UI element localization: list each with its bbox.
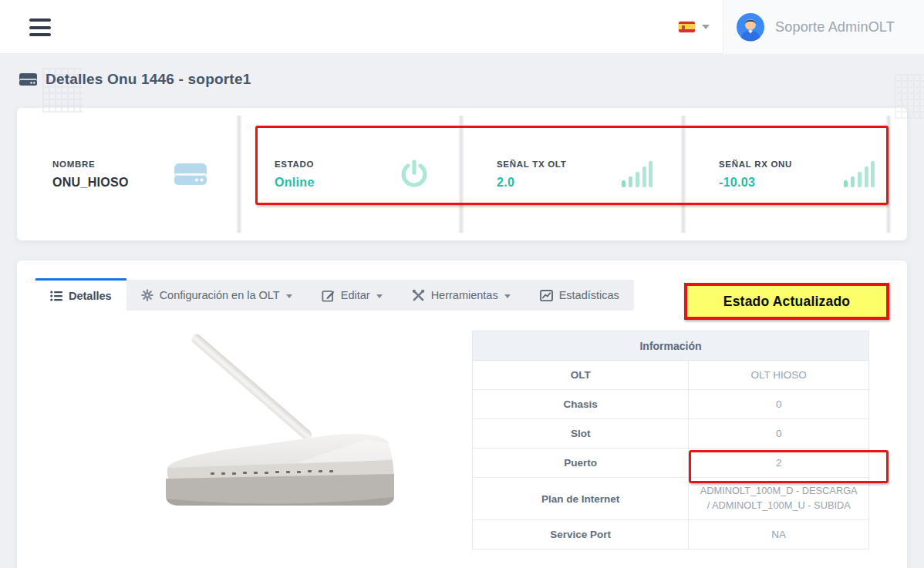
row-label: Chasis xyxy=(473,390,689,418)
row-value: NA xyxy=(689,520,868,549)
stat-value: ONU_HIOSO xyxy=(52,176,129,190)
stat-label: SEÑAL TX OLT xyxy=(497,160,566,169)
hamburger-menu-icon[interactable] xyxy=(29,18,51,36)
stat-label: ESTADO xyxy=(275,160,315,169)
tab-detalles[interactable]: Detalles xyxy=(35,278,126,311)
row-value: 0 xyxy=(689,419,868,448)
row-label: Puerto xyxy=(473,449,689,477)
modem-icon xyxy=(173,161,208,187)
tab-herramientas[interactable]: Herramientas xyxy=(397,280,525,311)
divider xyxy=(885,116,892,233)
table-row: Chasis 0 xyxy=(473,390,868,419)
status-col-estado: ESTADO Online xyxy=(239,108,461,240)
list-icon xyxy=(50,291,62,301)
tab-estadisticas[interactable]: Estadísticas xyxy=(525,280,634,311)
tab-label: Estadísticas xyxy=(559,289,619,301)
row-value: 2 xyxy=(689,449,868,477)
tab-configuracion-olt[interactable]: Configuración en la OLT xyxy=(126,280,307,311)
signal-bars-icon xyxy=(842,160,875,189)
edit-icon xyxy=(322,289,335,302)
chart-icon xyxy=(540,290,553,301)
stat-value: -10.03 xyxy=(719,176,792,190)
chevron-down-icon xyxy=(376,294,383,298)
status-col-nombre: NOMBRE ONU_HIOSO xyxy=(17,108,239,240)
tab-editar[interactable]: Editar xyxy=(307,280,397,311)
stat-value: Online xyxy=(275,176,315,190)
user-name: Soporte AdminOLT xyxy=(775,19,895,35)
chevron-down-icon xyxy=(286,294,292,298)
stat-label: NOMBRE xyxy=(52,160,129,169)
power-icon xyxy=(398,158,430,190)
row-label: Service Port xyxy=(473,520,689,549)
gear-icon xyxy=(141,289,153,301)
table-row: Plan de Internet ADMINOLT_100M_D - DESCA… xyxy=(473,478,868,520)
table-row: OLT OLT HIOSO xyxy=(473,361,868,390)
user-menu[interactable]: Soporte AdminOLT xyxy=(723,0,924,54)
row-label: OLT xyxy=(473,361,689,389)
tab-label: Configuración en la OLT xyxy=(160,289,280,301)
background-pattern xyxy=(895,74,924,119)
row-label: Plan de Internet xyxy=(473,478,689,519)
stat-value: 2.0 xyxy=(497,176,566,190)
tab-label: Detalles xyxy=(69,290,112,302)
table-row: Slot 0 xyxy=(473,419,868,449)
language-selector[interactable] xyxy=(679,0,710,54)
tab-bar: Detalles Configuración en la OLT Ed xyxy=(35,280,634,311)
spain-flag-icon xyxy=(679,22,695,32)
chevron-down-icon xyxy=(702,25,710,29)
row-value: ADMINOLT_100M_D - DESCARGA / ADMINOLT_10… xyxy=(689,478,868,519)
onu-status-card: NOMBRE ONU_HIOSO ESTADO Online SEÑAL TX … xyxy=(17,108,907,240)
row-value: 0 xyxy=(689,390,868,418)
page-title: Detalles Onu 1446 - soporte1 xyxy=(46,71,251,88)
table-header: Información xyxy=(473,331,868,361)
row-value: OLT HIOSO xyxy=(689,361,868,389)
avatar xyxy=(736,12,765,42)
chevron-down-icon xyxy=(504,294,511,298)
status-col-senal-rx: SEÑAL RX ONU -10.03 xyxy=(683,108,905,240)
tab-label: Herramientas xyxy=(431,289,498,301)
modem-icon xyxy=(19,72,38,86)
onu-device-image xyxy=(143,328,420,513)
table-row: Puerto 2 xyxy=(473,449,868,478)
top-navbar: Soporte AdminOLT xyxy=(0,0,924,54)
status-col-senal-tx: SEÑAL TX OLT 2.0 xyxy=(461,108,683,240)
breadcrumb: Detalles Onu 1446 - soporte1 xyxy=(19,71,251,88)
tab-label: Editar xyxy=(341,289,370,301)
stat-label: SEÑAL RX ONU xyxy=(719,160,792,169)
table-row: Service Port NA xyxy=(473,520,868,550)
info-table: Información OLT OLT HIOSO Chasis 0 Slot … xyxy=(472,331,869,550)
signal-bars-icon xyxy=(620,160,653,189)
row-label: Slot xyxy=(473,419,689,448)
annotation-updated-badge: Estado Actualizado xyxy=(684,283,889,320)
tools-icon xyxy=(412,289,425,302)
